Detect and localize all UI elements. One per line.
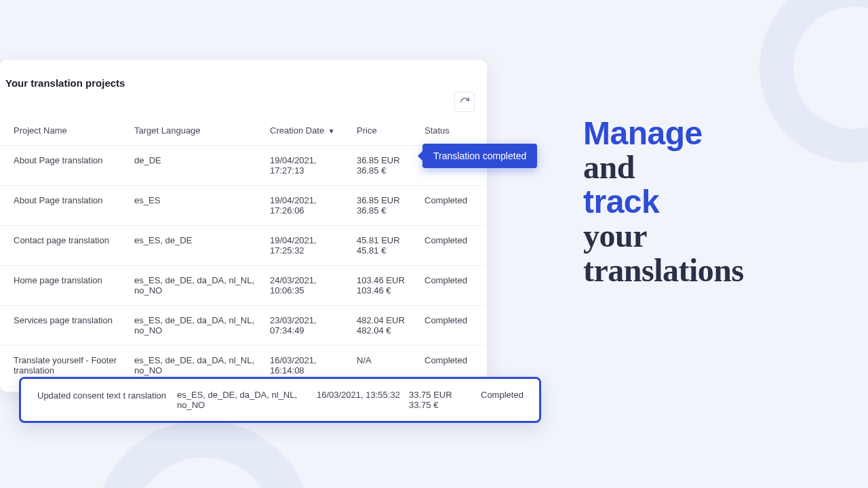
cell-project-name: About Page translation [0, 146, 129, 186]
highlighted-project-row[interactable]: Updated consent text t ranslation es_ES,… [19, 377, 541, 423]
translation-completed-tooltip: Translation completed [422, 144, 537, 168]
sort-desc-icon: ▼ [328, 127, 335, 135]
refresh-button[interactable] [454, 92, 475, 112]
cell-project-name: About Page translation [0, 186, 129, 226]
col-creation-date[interactable]: Creation Date ▼ [264, 119, 351, 146]
cell-price: 36.85 EUR36.85 € [351, 146, 419, 186]
headline-and: and [583, 150, 827, 184]
cell-creation-date: 19/04/2021, 17:25:32 [264, 226, 351, 266]
refresh-icon [460, 97, 470, 107]
marketing-headline: Manage and track your translations [583, 117, 827, 287]
highlight-lang: es_ES, de_DE, da_DA, nl_NL, no_NO [177, 390, 313, 410]
projects-panel: Your translation projects Project Name T… [0, 60, 487, 392]
highlight-status: Completed [481, 390, 528, 400]
decorative-circle-bottom [95, 420, 312, 488]
highlight-name: Updated consent text t ranslation [37, 390, 173, 402]
cell-project-name: Services page translation [0, 306, 129, 346]
table-row[interactable]: About Page translationde_DE19/04/2021, 1… [0, 146, 487, 186]
headline-your: your [583, 219, 827, 253]
col-price[interactable]: Price [351, 119, 419, 146]
col-status[interactable]: Status [419, 119, 487, 146]
table-row[interactable]: Home page translationes_ES, de_DE, da_DA… [0, 266, 487, 306]
headline-translations: translations [583, 253, 827, 287]
cell-creation-date: 23/03/2021, 07:34:49 [264, 306, 351, 346]
headline-track: track [583, 185, 827, 219]
table-row[interactable]: Services page translationes_ES, de_DE, d… [0, 306, 487, 346]
cell-project-name: Contact page translation [0, 226, 129, 266]
cell-status: Completed [419, 306, 487, 346]
cell-target-language: es_ES, de_DE [129, 226, 264, 266]
cell-price: 482.04 EUR482.04 € [351, 306, 419, 346]
cell-project-name: Home page translation [0, 266, 129, 306]
cell-target-language: es_ES [129, 186, 264, 226]
highlight-date: 16/03/2021, 13:55:32 [317, 390, 405, 400]
cell-creation-date: 19/04/2021, 17:27:13 [264, 146, 351, 186]
cell-target-language: de_DE [129, 146, 264, 186]
cell-creation-date: 24/03/2021, 10:06:35 [264, 266, 351, 306]
cell-target-language: es_ES, de_DE, da_DA, nl_NL, no_NO [129, 306, 264, 346]
col-project-name[interactable]: Project Name [0, 119, 129, 146]
cell-target-language: es_ES, de_DE, da_DA, nl_NL, no_NO [129, 266, 264, 306]
cell-creation-date: 19/04/2021, 17:26:06 [264, 186, 351, 226]
col-creation-date-label: Creation Date [270, 125, 324, 136]
table-row[interactable]: Contact page translationes_ES, de_DE19/0… [0, 226, 487, 266]
headline-manage: Manage [583, 117, 827, 150]
cell-status: Completed [419, 226, 487, 266]
cell-price: 36.85 EUR36.85 € [351, 186, 419, 226]
panel-title: Your translation projects [0, 72, 487, 89]
table-header-row: Project Name Target Language Creation Da… [0, 119, 487, 146]
table-row[interactable]: About Page translationes_ES19/04/2021, 1… [0, 186, 487, 226]
col-target-language[interactable]: Target Language [129, 119, 264, 146]
cell-status: Completed [419, 266, 487, 306]
cell-price: 103.46 EUR103.46 € [351, 266, 419, 306]
projects-table: Project Name Target Language Creation Da… [0, 119, 487, 385]
cell-price: 45.81 EUR45.81 € [351, 226, 419, 266]
highlight-price: 33.75 EUR 33.75 € [409, 390, 477, 410]
cell-status: Completed [419, 186, 487, 226]
